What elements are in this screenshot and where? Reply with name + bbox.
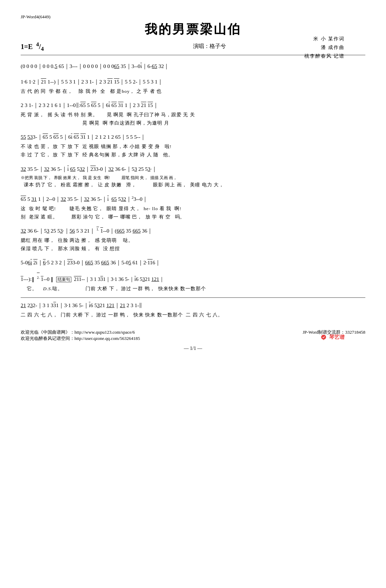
section-9: 1---):‖ 2. 1--0 ‖ 结束句 211--｜3 1 331｜3·1 … bbox=[21, 273, 365, 293]
lyrics-5b: 课本 扔了 它， 粉底 霜擦 擦， 让 皮 肤嫩 滑， 眼影 闺上 画， 美瞳 … bbox=[21, 181, 365, 189]
lyrics-4a: 不 读 也 罢， 放 下 放 下 近 视眼 镜搁 那，本 小姐 要 变 身 啦! bbox=[21, 143, 365, 150]
notes-9-wrapper: 1---):‖ 2. 1--0 ‖ 结束句 211--｜3 1 331｜3·1 … bbox=[21, 273, 365, 285]
lyrics-4b: 非 过 了 它， 放 下 放 下 经 典名句搁 那，多 大牌 诗 人 随 他。 bbox=[21, 151, 365, 159]
section-8: 5-06i 2i｜6·5 2 3 2｜233-0｜665 35 665 36｜5… bbox=[21, 257, 365, 268]
lyrics-6a: 这 妆 时 髦 吧! 睫毛 夹翘 它， 眼睛 显得 大， he- llo 看 我… bbox=[21, 205, 365, 213]
lyrics-9a: 它。 D.S.哒。 门前 大桥 下， 游过 一群 鸭， 快来快来 数一数那个 bbox=[21, 285, 365, 293]
notes-1: (0 0 0 0｜0 0 0.5 65｜3---｜0 0 0 0｜0 0 065… bbox=[21, 61, 365, 71]
notes-2: 1·6 1·2｜21 1--)｜5 5 3 1｜2 3 1-｜2 3 21 15… bbox=[21, 76, 365, 87]
section-mark-5: ※把男 装脱 下， 养眼 效果 大， 我 是 女生 啊! 眉笔 指间 夹， 描描… bbox=[21, 175, 365, 181]
lyrics-10: 二 四 六 七 八， 门前 大桥 下， 游过 一群 鸭， 快来 快来 数一数那个… bbox=[21, 311, 365, 319]
section-4: 55 533-｜65 5 65 5｜6i 65 31 1｜2 1 2 1 2 6… bbox=[21, 131, 365, 158]
lyrics-3b: 晃 啊晃 啊 李白这酒烈 啊，为邀明 月 bbox=[21, 119, 365, 127]
logo-text: 琴艺谱 bbox=[329, 334, 345, 341]
section-1: (0 0 0 0｜0 0 0.5 65｜3---｜0 0 0 0｜0 0 065… bbox=[21, 61, 365, 71]
notes-3: 2 3 1-｜2 3 2 1 6 1｜1--0‖:65 5 65 5｜6i 65… bbox=[21, 100, 365, 110]
section-7: 32 36 6-｜53 25 53·｜56 5 3 21｜ 1. 1--0｜(6… bbox=[21, 225, 365, 252]
footer: 欢迎光临《中国曲谱网》：http://www.qupu123.com/space… bbox=[21, 329, 365, 342]
lyrics-3a: 死 背 派， 摇 头 读 书 特 别 乘。 晃 啊晃 啊 孔子曰了神 马，跟爱 … bbox=[21, 111, 365, 119]
composer1: 米 小 某作词 bbox=[304, 35, 345, 43]
logo-area: 琴艺谱 bbox=[319, 333, 345, 342]
lyrics-2: 古 代 的 同 学 都 在， 除 我 外 全 都 是boy， 之 乎 者 也 bbox=[21, 88, 365, 95]
main-content: (0 0 0 0｜0 0 0.5 65｜3---｜0 0 0 0｜0 0 065… bbox=[21, 57, 365, 319]
note-text: (0 0 0 0｜0 0 0.5 65｜3---｜0 0 0 0｜0 0 065… bbox=[21, 63, 169, 69]
lyrics-7b: 保湿 喷几 下， 那水 润脸 颊， 有 没 想捏 bbox=[21, 245, 365, 253]
notes-9: 1---):‖ 2. 1--0 ‖ 结束句 211--｜3 1 331｜3·1 … bbox=[21, 273, 164, 285]
lyrics-6b: 别 老深 遮 眶。 唇彩 涂匀 它， 哪一 哪嘴 巴， 放 学 有 空 吗, bbox=[21, 213, 365, 221]
section-3: 2 3 1-｜2 3 2 1 6 1｜1--0‖:65 5 65 5｜6i 65… bbox=[21, 100, 365, 127]
section-2: 1·6 1·2｜21 1--)｜5 5 3 1｜2 3 1-｜2 3 21 15… bbox=[21, 76, 365, 95]
notes-7: 32 36 6-｜53 25 53·｜56 5 3 21｜ 1. 1--0｜(6… bbox=[21, 225, 365, 236]
software-label: JP-Word4(6449) bbox=[21, 14, 365, 20]
logo-icon bbox=[319, 333, 328, 342]
notes-10: 21 232-｜3 1 331｜3·1 36 5-｜i6 5321 121｜21… bbox=[21, 300, 365, 311]
footer-left: 欢迎光临《中国曲谱网》：http://www.qupu123.com/space… bbox=[21, 329, 140, 342]
section-10: 21 232-｜3 1 331｜3·1 36 5-｜i6 5321 121｜21… bbox=[21, 300, 365, 319]
author-area: 米 小 某作词 潘 成作曲 桃李醉春风 记谱 bbox=[304, 35, 345, 61]
page: JP-Word4(6449) 我的男票梁山伯 米 小 某作词 潘 成作曲 桃李醉… bbox=[21, 14, 365, 352]
notes-4: 55 533-｜65 5 65 5｜6i 65 31 1｜2 1 2 1 2 6… bbox=[21, 131, 365, 142]
notes-6: 65 5 31 1｜2--0｜32 35 5-｜32 36 5-｜i 65 53… bbox=[21, 194, 365, 204]
footer-left1: 欢迎光临《中国曲谱网》：http://www.qupu123.com/space… bbox=[21, 329, 140, 335]
lyrics-7a: 腮红 用在 哪， 往脸 两边 擦， 感 觉萌萌 哒。 bbox=[21, 237, 365, 244]
notes-5: 32 35 5-｜32 36 5-｜i 65 532｜233-0｜32 36 6… bbox=[21, 164, 365, 174]
composer2: 潘 成作曲 bbox=[304, 43, 345, 52]
composer3: 桃李醉春风 记谱 bbox=[304, 52, 345, 60]
divider2 bbox=[21, 297, 365, 298]
section-6: 65 5 31 1｜2--0｜32 35 5-｜32 36 5-｜i 65 53… bbox=[21, 194, 365, 220]
key-time: 1=E 4/4 bbox=[21, 40, 44, 53]
footer-left2: 欢迎光临醉春风记谱空间：http://user.qzone.qq.com/563… bbox=[21, 335, 140, 342]
page-number: — 1/1 — bbox=[21, 345, 365, 352]
section-5: 32 35 5-｜32 36 5-｜i 65 532｜233-0｜32 36 6… bbox=[21, 164, 365, 189]
notes-8: 5-06i 2i｜6·5 2 3 2｜233-0｜665 35 665 36｜5… bbox=[21, 257, 365, 268]
